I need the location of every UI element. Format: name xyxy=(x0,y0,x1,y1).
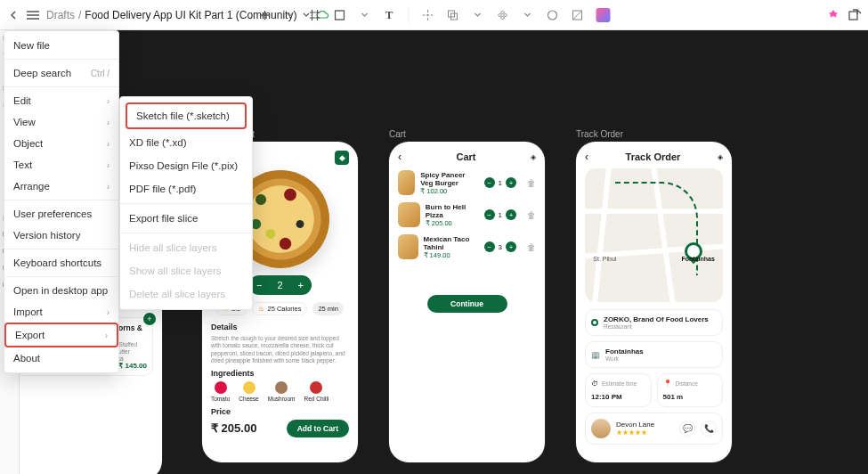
circle-icon[interactable] xyxy=(546,9,558,21)
menu-about[interactable]: About xyxy=(4,347,118,369)
component-icon[interactable] xyxy=(496,9,508,21)
crumb-drafts[interactable]: Drafts xyxy=(46,9,75,21)
boolean-icon[interactable] xyxy=(446,9,458,21)
menu-user-prefs[interactable]: User preferences xyxy=(4,203,118,225)
cart-item[interactable]: Mexican Taco Tahini₹ 149.00 −3+ 🗑 xyxy=(398,234,536,259)
hamburger-icon[interactable] xyxy=(27,9,39,21)
menu-open-desktop[interactable]: Open in desktop app xyxy=(4,280,118,301)
ai-icon[interactable] xyxy=(596,8,610,22)
menu-version-history[interactable]: Version history xyxy=(4,225,118,246)
add-icon[interactable] xyxy=(258,9,271,21)
cart-item[interactable]: Spicy Paneer Veg Burger₹ 102.00 −1+ 🗑 xyxy=(398,170,536,195)
route-stop: ZORKO, Brand Of Food LoversRestaurant xyxy=(585,309,723,336)
frame-track[interactable]: ‹ Track Order ◈ St. Pibul Fontainhas ZOR… xyxy=(576,142,732,462)
avatar xyxy=(591,419,611,438)
continue-button[interactable]: Continue xyxy=(427,295,507,313)
add-to-cart-button[interactable]: Add to Cart xyxy=(287,420,349,437)
route-stop: 🏢 FontainhasWork xyxy=(585,341,723,368)
menu-arrange[interactable]: Arrange› xyxy=(4,176,118,197)
svg-rect-0 xyxy=(335,11,344,20)
submenu-pdf[interactable]: PDF file (*.pdf) xyxy=(120,177,252,200)
submenu-hide-slices: Hide all slice layers xyxy=(120,236,252,259)
menu-export[interactable]: Export› xyxy=(4,323,118,347)
main-menu[interactable]: New file Deep searchCtrl / Edit› View› O… xyxy=(4,30,119,373)
frame-label[interactable]: Cart xyxy=(389,129,406,139)
back-icon[interactable]: ‹ xyxy=(585,151,588,163)
menu-new-file[interactable]: New file xyxy=(4,35,118,56)
call-icon[interactable]: 📞 xyxy=(701,421,717,437)
menu-edit[interactable]: Edit› xyxy=(4,90,118,111)
submenu-slice[interactable]: Export file slice xyxy=(120,207,252,230)
chevron-down-icon[interactable] xyxy=(521,9,533,21)
calorie-chip: ♨25 Calories xyxy=(252,302,307,315)
page-title: Track Order xyxy=(626,151,681,162)
menu-text[interactable]: Text› xyxy=(4,154,118,176)
time-chip: 25 min xyxy=(312,302,344,315)
chevron-down-icon[interactable] xyxy=(283,9,296,21)
minus-icon[interactable]: − xyxy=(484,209,495,220)
shape-icon[interactable] xyxy=(333,9,345,21)
cart-item[interactable]: Burn to Hell Pizza₹ 205.00 −1+ 🗑 xyxy=(398,202,536,227)
back-icon[interactable]: ‹ xyxy=(398,151,402,163)
locate-icon[interactable]: ◈ xyxy=(718,153,723,161)
plus-icon[interactable]: + xyxy=(506,241,516,252)
details-text: Stretch the dough to your desired size a… xyxy=(211,335,349,365)
menu-import[interactable]: Import› xyxy=(4,301,118,323)
page-title: Cart xyxy=(456,151,475,162)
price-value: ₹ 205.00 xyxy=(211,421,256,435)
submenu-xd[interactable]: XD file (*.xd) xyxy=(120,131,252,154)
topbar: Drafts / Food Delivery App UI Kit Part 1… xyxy=(0,0,868,30)
minus-icon[interactable]: − xyxy=(256,280,262,290)
chat-icon[interactable]: 💬 xyxy=(679,421,695,437)
eta-card: ⏱Estimate time 12:10 PM xyxy=(585,373,652,407)
ingredients-heading: Ingredients xyxy=(211,369,349,378)
menu-keyboard[interactable]: Keyboard shortcuts xyxy=(4,252,118,274)
add-icon[interactable]: + xyxy=(143,313,156,325)
driver-card: Devon Lane ★★★★★ 💬 📞 xyxy=(585,413,723,445)
submenu-show-slices: Show all slice layers xyxy=(120,259,252,282)
work-icon: 🏢 xyxy=(591,351,600,359)
align-icon[interactable] xyxy=(421,9,434,21)
trash-icon[interactable]: 🗑 xyxy=(527,210,536,220)
menu-view[interactable]: View› xyxy=(4,111,118,133)
toolbar-center: T xyxy=(258,7,610,23)
plus-icon[interactable]: + xyxy=(506,177,516,188)
svg-point-1 xyxy=(426,13,428,15)
frame-icon[interactable] xyxy=(308,9,320,21)
map[interactable]: St. Pibul Fontainhas xyxy=(585,168,723,302)
trash-icon[interactable]: 🗑 xyxy=(527,178,536,188)
plus-icon[interactable]: + xyxy=(298,280,304,290)
menu-deep-search[interactable]: Deep searchCtrl / xyxy=(4,62,118,84)
svg-point-4 xyxy=(548,11,556,20)
text-icon[interactable]: T xyxy=(383,9,395,21)
frame-label[interactable]: Track Order xyxy=(576,129,623,139)
submenu-delete-slices: Delete all slice layers xyxy=(120,282,252,306)
submenu-sketch[interactable]: Sketch file (*.sketch) xyxy=(126,102,247,129)
quantity-stepper[interactable]: − 2 + xyxy=(249,275,312,295)
price-heading: Price xyxy=(211,407,349,416)
chevron-down-icon[interactable] xyxy=(358,9,370,21)
toolbar-right xyxy=(827,9,861,21)
frame-cart[interactable]: ‹ Cart ◈ Spicy Paneer Veg Burger₹ 102.00… xyxy=(389,142,545,462)
menu-object[interactable]: Object› xyxy=(4,133,118,154)
minus-icon[interactable]: − xyxy=(484,177,495,188)
minus-icon[interactable]: − xyxy=(484,241,495,252)
chevron-down-icon[interactable] xyxy=(471,9,483,21)
back-icon[interactable] xyxy=(7,9,20,21)
svg-rect-6 xyxy=(849,12,857,20)
ingredients-list: Tomato Cheese Mushroom Red Chilli xyxy=(211,381,349,402)
submenu-pix[interactable]: Pixso Design File (*.pix) xyxy=(120,154,252,177)
plus-icon[interactable]: + xyxy=(506,209,516,220)
distance-card: 📍Distance 501 m xyxy=(657,373,724,407)
mask-icon[interactable] xyxy=(571,9,583,21)
export-submenu[interactable]: Sketch file (*.sketch) XD file (*.xd) Pi… xyxy=(119,96,253,310)
plugin-icon[interactable] xyxy=(827,9,840,21)
bookmark-icon[interactable]: ◆ xyxy=(335,151,349,165)
details-heading: Details xyxy=(211,323,349,331)
locate-icon[interactable]: ◈ xyxy=(531,153,536,161)
share-icon[interactable] xyxy=(848,9,861,21)
trash-icon[interactable]: 🗑 xyxy=(527,242,536,252)
